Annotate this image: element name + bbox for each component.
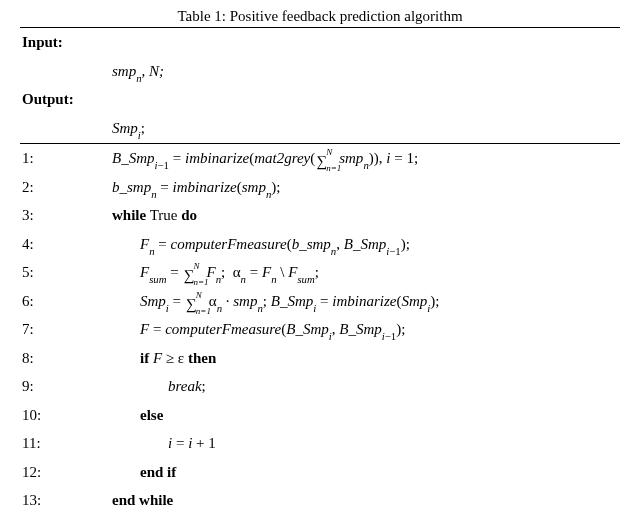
sum-icon: ∑Nn=1 <box>186 297 197 312</box>
output-value-row: Smpi; <box>20 114 620 145</box>
sym: F <box>153 350 162 366</box>
fn: imbinarize <box>185 150 249 166</box>
sym: i <box>188 435 192 451</box>
algo-line: 11: i = i + 1 <box>20 429 620 458</box>
algo-line: 1: B_Smpi−1 = imbinarize(mat2grey(∑Nn=1 … <box>20 144 620 173</box>
line-number: 11: <box>20 429 112 458</box>
sym: smp <box>242 179 266 195</box>
algo-line: 5: Fsum = ∑Nn=1 Fn; αn = Fn \ Fsum; <box>20 258 620 287</box>
sub: n <box>216 273 221 285</box>
sym: F <box>140 264 149 280</box>
input-smp-sub: n <box>136 72 141 84</box>
sym: B_Smp <box>339 321 382 337</box>
sub: i <box>427 302 430 314</box>
sym: F <box>140 321 149 337</box>
input-value-row: smpn, N; <box>20 57 620 86</box>
kw-while: while <box>112 207 146 223</box>
line-number: 6: <box>20 287 112 316</box>
sub: n <box>217 302 222 314</box>
kw-then: then <box>188 350 216 366</box>
sym-alpha: α <box>233 264 241 280</box>
fn: imbinarize <box>332 293 396 309</box>
sum-up: N <box>196 291 202 300</box>
sub: i <box>329 330 332 342</box>
sym: F <box>262 264 271 280</box>
algorithm-box: Input: smpn, N; Output: Smpi; 1: B_Smpi−… <box>20 27 620 513</box>
line-number: 2: <box>20 173 112 202</box>
sub: n <box>266 188 271 200</box>
sub: i <box>166 302 169 314</box>
output-smp-sub: i <box>138 129 141 141</box>
fn: imbinarize <box>173 179 237 195</box>
output-tail: ; <box>141 120 145 136</box>
sym: i <box>386 150 390 166</box>
line-number: 13: <box>20 486 112 513</box>
line-number: 3: <box>20 201 112 230</box>
kw-if: if <box>140 350 149 366</box>
sub: n <box>149 245 154 257</box>
sym: B_Smp <box>344 236 387 252</box>
line-number: 9: <box>20 372 112 401</box>
sym: Smp <box>140 293 166 309</box>
sym-eps: ε <box>178 350 184 366</box>
algo-line: 2: b_smpn = imbinarize(smpn); <box>20 173 620 202</box>
sub: i <box>386 245 389 257</box>
kw-else: else <box>140 407 163 423</box>
algo-line: 3: while True do <box>20 201 620 230</box>
kw-endwhile: end while <box>112 492 173 508</box>
sym: B_Smp <box>271 293 314 309</box>
line-number: 4: <box>20 230 112 259</box>
sym: smp <box>233 293 257 309</box>
sym: B_Smp <box>286 321 329 337</box>
fn: mat2grey <box>254 150 310 166</box>
table-caption: Table 1: Positive feedback prediction al… <box>20 8 620 25</box>
sum-icon: ∑Nn=1 <box>184 268 195 283</box>
kw-true: True <box>150 207 178 223</box>
sub: n <box>241 273 246 285</box>
algo-line: 4: Fn = computerFmeasure(b_smpn, B_Smpi−… <box>20 230 620 259</box>
output-header: Output: <box>20 85 620 114</box>
sym: b_smp <box>292 236 331 252</box>
sub: i <box>382 330 385 342</box>
algo-line: 7: F = computerFmeasure(B_Smpi, B_Smpi−1… <box>20 315 620 344</box>
sym: Smp <box>401 293 427 309</box>
output-smp: Smp <box>112 120 138 136</box>
sub: n <box>363 159 368 171</box>
sym: b_smp <box>112 179 151 195</box>
output-label: Output <box>22 91 69 107</box>
sub: n <box>257 302 262 314</box>
input-smp: smp <box>112 63 136 79</box>
sum-low-n: n <box>194 277 199 287</box>
algo-line: 13: end while <box>20 486 620 513</box>
line-number: 7: <box>20 315 112 344</box>
sub: i <box>155 159 158 171</box>
fn: computerFmeasure <box>171 236 287 252</box>
sub: n <box>331 245 336 257</box>
sub: i <box>313 302 316 314</box>
input-tail: , N; <box>142 63 165 79</box>
sym: i <box>168 435 172 451</box>
sub: sum <box>297 273 314 285</box>
fn: computerFmeasure <box>165 321 281 337</box>
sym: B_Smp <box>112 150 155 166</box>
kw-endif: end if <box>140 464 176 480</box>
sum-low-n: n <box>326 163 331 173</box>
sum-up: N <box>194 262 200 271</box>
line-number: 8: <box>20 344 112 373</box>
input-label: Input <box>22 34 58 50</box>
sym: F <box>140 236 149 252</box>
sub: n <box>271 273 276 285</box>
algo-line: 9: break; <box>20 372 620 401</box>
kw-break: break <box>168 378 202 394</box>
kw-do: do <box>181 207 197 223</box>
line-number: 1: <box>20 144 112 173</box>
sub: n <box>151 188 156 200</box>
line-number: 5: <box>20 258 112 287</box>
algo-line: 8: if F ≥ ε then <box>20 344 620 373</box>
algo-line: 6: Smpi = ∑Nn=1 αn · smpn; B_Smpi = imbi… <box>20 287 620 316</box>
line-number: 10: <box>20 401 112 430</box>
sub: sum <box>149 273 166 285</box>
sym: smp <box>339 150 363 166</box>
algo-line: 10: else <box>20 401 620 430</box>
algo-line: 12: end if <box>20 458 620 487</box>
